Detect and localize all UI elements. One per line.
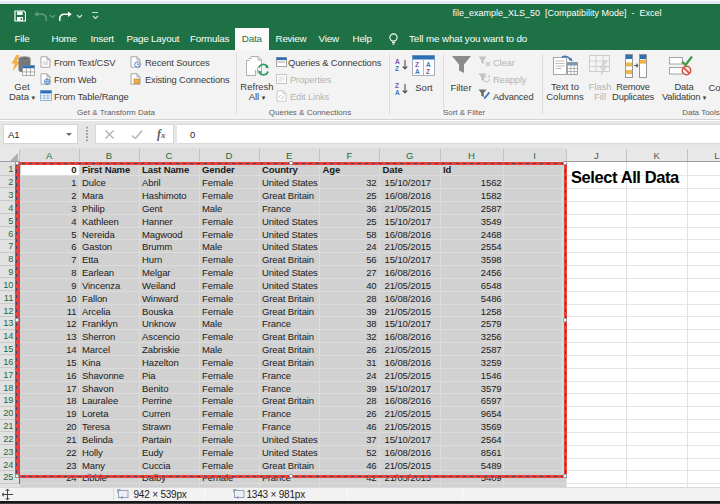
- svg-text:A: A: [395, 58, 400, 65]
- svg-text:A: A: [426, 61, 431, 68]
- svg-text:Z: Z: [415, 61, 419, 68]
- svg-text:A: A: [415, 68, 420, 75]
- svg-text:A: A: [395, 89, 400, 96]
- svg-text:Z: Z: [395, 82, 399, 89]
- svg-text:Z: Z: [426, 68, 430, 75]
- svg-text:Z: Z: [395, 65, 399, 72]
